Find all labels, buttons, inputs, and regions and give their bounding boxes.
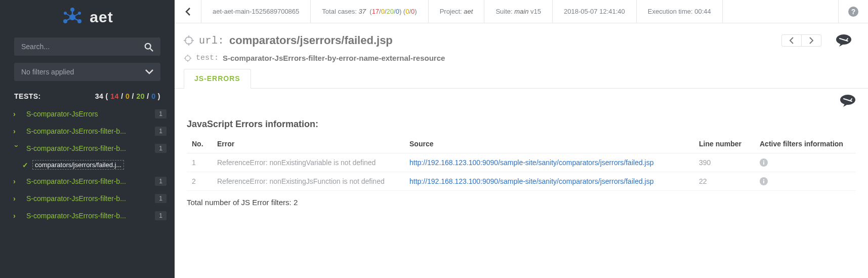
test-item[interactable]: › S-comparator-JsErrors-filter-b... 1: [0, 123, 174, 140]
suite-run: aet-aet-main-1525689700865: [201, 0, 311, 23]
suite-cell: Suite: main v15: [484, 0, 553, 23]
total-cases: Total cases: 37 ( 17 / 0 / 20 / 0 ) ( 0 …: [311, 0, 428, 23]
timestamp-cell: 2018-05-07 12:41:40: [553, 0, 637, 23]
table-title: JavaScript Errors information:: [187, 119, 856, 130]
col-source: Source: [404, 137, 694, 153]
comment-button[interactable]: [834, 32, 854, 49]
back-button[interactable]: [175, 0, 201, 23]
svg-point-21: [185, 56, 190, 61]
search-input[interactable]: [14, 37, 160, 56]
comment-button-secondary[interactable]: [838, 93, 858, 109]
tab-jserrors[interactable]: JS-ERRORS: [184, 69, 251, 89]
test-item[interactable]: › S-comparator-JsErrors-filter-b... 1: [0, 173, 174, 190]
tests-counts: 34 ( 14 / 0 / 20 / 0 ): [95, 92, 160, 100]
source-link[interactable]: http://192.168.123.100:9090/sample-site/…: [409, 177, 654, 185]
check-icon: ✓: [22, 161, 28, 169]
test-badge: 1: [155, 194, 167, 203]
test-value: S-comparator-JsErrors-filter-by-error-na…: [223, 54, 445, 62]
test-badge: 1: [155, 109, 167, 118]
cell-line: 390: [694, 153, 755, 172]
cell-no: 2: [187, 172, 212, 191]
test-label: S-comparator-JsErrors-filter-b...: [26, 144, 150, 152]
total-filters: Total number of JS Error filters: 2: [187, 198, 856, 207]
test-item[interactable]: › S-comparator-JsErrors 1: [0, 105, 174, 123]
next-button[interactable]: [802, 35, 821, 46]
cell-source: http://192.168.123.100:9090/sample-site/…: [404, 172, 694, 191]
url-nav: [781, 34, 821, 47]
test-item[interactable]: › S-comparator-JsErrors-filter-b... 1: [0, 207, 174, 224]
chevron-right-icon: ›: [13, 177, 20, 185]
subitem-label: comparators/jserrors/failed.j...: [32, 160, 124, 170]
col-error: Error: [212, 137, 404, 153]
chevron-right-icon: ›: [13, 127, 20, 135]
errors-table: No. Error Source Line number Active filt…: [187, 137, 856, 191]
svg-rect-32: [763, 179, 764, 180]
chevron-right-icon: ›: [13, 194, 20, 203]
col-filters: Active filters information: [755, 137, 856, 153]
test-label: S-comparator-JsErrors-filter-b...: [26, 194, 150, 203]
main: aet-aet-main-1525689700865 Total cases: …: [175, 0, 868, 278]
col-no: No.: [187, 137, 212, 153]
test-line: test: S-comparator-JsErrors-filter-by-er…: [175, 51, 868, 68]
url-bar: url: comparators/jserrors/failed.jsp: [175, 23, 868, 51]
logo-icon: [61, 7, 84, 27]
source-link[interactable]: http://192.168.123.100:9090/sample-site/…: [409, 158, 654, 167]
test-badge: 1: [155, 211, 167, 220]
filters-label: No filters applied: [21, 68, 74, 76]
svg-point-11: [145, 44, 151, 49]
test-label: S-comparator-JsErrors-filter-b...: [26, 212, 150, 220]
test-subitem-selected[interactable]: ✓ comparators/jserrors/failed.j...: [0, 157, 174, 173]
topbar: aet-aet-main-1525689700865 Total cases: …: [175, 0, 868, 23]
exec-time-cell: Execution time: 00:44: [637, 0, 723, 23]
svg-text:?: ?: [851, 8, 856, 16]
test-label: S-comparator-JsErrors-filter-b...: [26, 127, 150, 135]
cell-error: ReferenceError: nonExistingVariable is n…: [212, 153, 404, 172]
url-value: comparators/jserrors/failed.jsp: [229, 34, 393, 47]
col-line: Line number: [694, 137, 755, 153]
chevron-down-icon: [145, 69, 153, 75]
test-badge: 1: [155, 177, 167, 186]
search-icon[interactable]: [144, 43, 153, 52]
table-row: 1 ReferenceError: nonExistingVariable is…: [187, 153, 856, 172]
chevron-right-icon: ›: [13, 110, 20, 118]
cell-filters[interactable]: [755, 153, 856, 172]
chevron-down-icon: ›: [13, 145, 21, 152]
svg-rect-29: [763, 161, 764, 162]
target-icon: [184, 35, 194, 46]
project-cell: Project: aet: [429, 0, 485, 23]
chevron-right-icon: ›: [13, 212, 20, 220]
svg-rect-31: [763, 181, 764, 183]
cell-source: http://192.168.123.100:9090/sample-site/…: [404, 153, 694, 172]
cell-line: 22: [694, 172, 755, 191]
test-label: S-comparator-JsErrors: [26, 110, 150, 118]
content: JavaScript Errors information: No. Error…: [175, 109, 868, 217]
help-button[interactable]: ?: [838, 0, 868, 23]
svg-line-12: [150, 49, 153, 51]
test-list[interactable]: › S-comparator-JsErrors 1 › S-comparator…: [0, 105, 175, 278]
svg-point-15: [185, 37, 192, 44]
test-label-key: test:: [196, 54, 219, 62]
tests-label: TESTS:: [14, 92, 41, 100]
info-icon: [760, 158, 851, 167]
filters-dropdown[interactable]: No filters applied: [14, 63, 160, 81]
svg-rect-28: [763, 162, 764, 165]
test-badge: 1: [155, 127, 167, 136]
test-item[interactable]: › S-comparator-JsErrors-filter-b... 1: [0, 190, 174, 207]
brand-text: aet: [90, 9, 113, 26]
target-icon: [184, 54, 192, 62]
tabs: JS-ERRORS: [175, 68, 868, 89]
tests-header: TESTS: 34 ( 14 / 0 / 20 / 0 ): [0, 86, 175, 105]
sidebar: aet No filters applied TESTS: 34 ( 14 / …: [0, 0, 175, 278]
test-badge: 1: [155, 144, 167, 153]
info-icon: [760, 177, 851, 185]
prev-button[interactable]: [782, 35, 802, 46]
cell-error: ReferenceError: nonExistingJsFunction is…: [212, 172, 404, 191]
test-label: S-comparator-JsErrors-filter-b...: [26, 177, 150, 185]
cell-filters[interactable]: [755, 172, 856, 191]
logo: aet: [0, 0, 175, 32]
cell-no: 1: [187, 153, 212, 172]
url-label: url:: [199, 35, 224, 47]
table-row: 2 ReferenceError: nonExistingJsFunction …: [187, 172, 856, 191]
test-item[interactable]: › S-comparator-JsErrors-filter-b... 1: [0, 140, 174, 157]
